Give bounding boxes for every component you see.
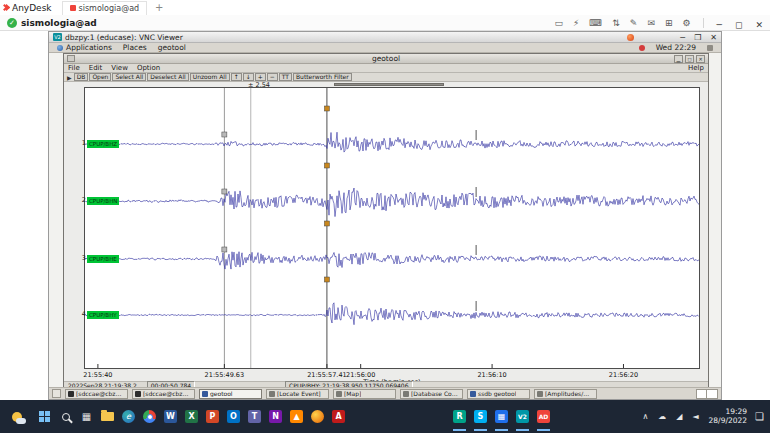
workspace-switcher[interactable] bbox=[696, 389, 718, 399]
show-desktop-button[interactable] bbox=[52, 389, 61, 398]
settings-icon[interactable]: ⚙ bbox=[682, 18, 690, 28]
taskbar-clock[interactable]: 19:29 28/9/2022 bbox=[709, 408, 747, 425]
onenote-icon[interactable]: N bbox=[265, 401, 286, 432]
window-list-item[interactable]: [Amplitudes/Magnitudes] bbox=[534, 389, 597, 399]
phase-pick-marker[interactable] bbox=[324, 106, 329, 111]
window-list-item[interactable]: geotool bbox=[199, 389, 262, 399]
vnc-viewer-icon[interactable]: V2 bbox=[512, 401, 533, 432]
zoom-scrollbar[interactable] bbox=[334, 83, 444, 86]
permissions-icon[interactable]: ⊞ bbox=[665, 18, 673, 28]
menu-option[interactable]: Option bbox=[137, 64, 160, 72]
phase-pick-marker[interactable] bbox=[222, 247, 227, 252]
window-list-item[interactable]: [sdccae@cbzpy ~] bbox=[65, 389, 128, 399]
window-list-item[interactable]: [Locate Event] bbox=[266, 389, 329, 399]
maximize-button[interactable]: ◻ bbox=[685, 55, 694, 63]
powerpoint-icon[interactable]: P bbox=[202, 401, 223, 432]
minimize-button[interactable]: ▁ bbox=[674, 55, 683, 63]
wifi-icon[interactable]: ◢ bbox=[676, 412, 682, 421]
geotool-titlebar[interactable]: geotool ▁ ◻ ✕ bbox=[64, 54, 708, 64]
geotool-menu[interactable]: geotool bbox=[158, 43, 186, 52]
toolbar-button-select-all[interactable]: Select All bbox=[112, 73, 146, 81]
window-list-item[interactable]: ssdb geotool bbox=[467, 389, 530, 399]
minimize-button[interactable]: ─ bbox=[680, 33, 685, 42]
waveform-svg[interactable] bbox=[85, 88, 699, 368]
new-session-tab-button[interactable]: + bbox=[153, 2, 165, 13]
toolbar-button-deselect-all[interactable]: Deselect All bbox=[147, 73, 188, 81]
applications-menu[interactable]: Applications bbox=[57, 43, 112, 52]
menu-edit[interactable]: Edit bbox=[89, 64, 103, 72]
window-menu-icon[interactable] bbox=[67, 55, 75, 62]
excel-icon[interactable]: X bbox=[181, 401, 202, 432]
chat-icon[interactable]: ✉ bbox=[647, 18, 655, 28]
phase-pick-marker[interactable] bbox=[222, 132, 227, 137]
menu-file[interactable]: File bbox=[68, 64, 80, 72]
trace-label[interactable]: CPUP/BHZ bbox=[87, 140, 119, 148]
maximize-button[interactable]: ◻ bbox=[735, 20, 742, 30]
phase-pick-marker[interactable] bbox=[324, 277, 329, 282]
toolbar-button-open[interactable]: Open bbox=[89, 73, 111, 81]
teams-icon[interactable]: T bbox=[244, 401, 265, 432]
waveform-trace[interactable] bbox=[85, 303, 699, 325]
menu-view[interactable]: View bbox=[111, 64, 128, 72]
close-button[interactable]: ✕ bbox=[755, 20, 763, 30]
phase-pick-marker[interactable] bbox=[324, 163, 329, 168]
rdp-icon[interactable]: ▦ bbox=[491, 401, 512, 432]
onedrive-icon[interactable]: ☁ bbox=[658, 412, 666, 421]
phase-pick-marker[interactable] bbox=[324, 221, 329, 226]
trace-label[interactable]: CPUP/BHY bbox=[87, 311, 119, 319]
phase-pick-marker[interactable] bbox=[222, 189, 227, 194]
firefox-icon[interactable] bbox=[307, 401, 328, 432]
edge-icon[interactable]: e bbox=[118, 401, 139, 432]
actions-icon[interactable]: ⚡ bbox=[573, 18, 579, 28]
start-button[interactable] bbox=[34, 401, 55, 432]
waveform-trace[interactable] bbox=[85, 188, 699, 217]
trace-label[interactable]: CPUP/BHN bbox=[87, 197, 119, 205]
window-list-item[interactable]: [sdccae@cbzpy ~] bbox=[132, 389, 195, 399]
toolbar-button-db[interactable]: DB bbox=[74, 73, 89, 81]
skype-icon[interactable]: S bbox=[470, 401, 491, 432]
toolbar-button--[interactable]: ↑ bbox=[231, 73, 242, 81]
outlook-icon[interactable]: O bbox=[223, 401, 244, 432]
weather-widget[interactable] bbox=[0, 412, 34, 422]
close-button[interactable]: ✕ bbox=[710, 33, 717, 42]
volume-icon[interactable] bbox=[707, 45, 713, 51]
volume-icon[interactable]: ◄ bbox=[692, 412, 698, 421]
maximize-button[interactable]: ❒ bbox=[694, 33, 701, 42]
minimize-button[interactable]: ─ bbox=[717, 20, 722, 30]
toolbar-button--[interactable]: + bbox=[255, 73, 266, 81]
search-button[interactable] bbox=[55, 401, 76, 432]
toolbar-button--[interactable]: ↓ bbox=[243, 73, 254, 81]
remmina-icon[interactable]: R bbox=[449, 401, 470, 432]
file-transfer-icon[interactable]: ⇅ bbox=[612, 18, 620, 28]
waveform-trace[interactable] bbox=[85, 252, 699, 269]
waveform-trace[interactable] bbox=[85, 132, 699, 152]
monitor-icon[interactable]: ▭ bbox=[554, 18, 563, 28]
places-menu[interactable]: Places bbox=[123, 43, 147, 52]
task-view-button[interactable]: ▦ bbox=[76, 401, 97, 432]
waveform-plot-area[interactable]: CPUP/BHZCPUP/BHNCPUP/BHECPUP/BHY bbox=[84, 87, 700, 369]
keyboard-icon[interactable]: ⌨ bbox=[589, 18, 602, 28]
vlc-icon[interactable]: ▲ bbox=[286, 401, 307, 432]
action-center-icon[interactable]: ❏ bbox=[755, 411, 764, 422]
anydesk-icon[interactable]: AD bbox=[533, 401, 554, 432]
window-list-item[interactable]: [Map] bbox=[333, 389, 396, 399]
whiteboard-icon[interactable]: ✎ bbox=[630, 18, 638, 28]
acrobat-icon[interactable]: A bbox=[328, 401, 349, 432]
toolbar-button--[interactable]: − bbox=[267, 73, 278, 81]
file-explorer-icon[interactable] bbox=[97, 401, 118, 432]
trace-label[interactable]: CPUP/BHE bbox=[87, 255, 119, 263]
word-icon[interactable]: W bbox=[160, 401, 181, 432]
window-list-item[interactable]: [Database Connection] bbox=[400, 389, 463, 399]
hidden-icons-chevron[interactable]: ∧ bbox=[642, 412, 648, 421]
toolbar-button-butterworth-filter[interactable]: Butterworth Filter bbox=[293, 73, 352, 81]
panel-clock[interactable]: Wed 22:29 bbox=[656, 43, 696, 52]
toolbar-button-tt[interactable]: TT bbox=[279, 73, 292, 81]
session-tab[interactable]: sismologia@ad bbox=[62, 1, 148, 15]
close-button[interactable]: ✕ bbox=[696, 55, 705, 63]
vnc-titlebar[interactable]: V2 dbzpy:1 (educase): VNC Viewer ─❒✕ bbox=[49, 32, 721, 43]
chrome-icon[interactable] bbox=[139, 401, 160, 432]
notification-icon[interactable] bbox=[639, 45, 645, 51]
gnome-top-panel: Applications Places geotool Wed 22:29 bbox=[49, 43, 721, 53]
toolbar-button-unzoom-all[interactable]: Unzoom All bbox=[190, 73, 230, 81]
help-menu[interactable]: Help bbox=[688, 64, 704, 72]
